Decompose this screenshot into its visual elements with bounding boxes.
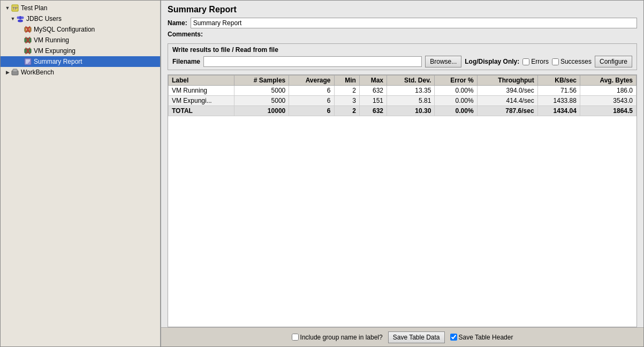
filename-input[interactable]: [203, 56, 422, 67]
expand-arrow-vm-expunging: ▶: [18, 48, 23, 54]
name-label: Name:: [168, 19, 187, 27]
file-section: Write results to file / Read from file F…: [168, 43, 637, 70]
table-cell: 71.56: [537, 86, 580, 96]
table-cell: 5000: [234, 96, 289, 106]
col-samples: # Samples: [234, 76, 289, 86]
table-cell: 3543.0: [580, 96, 636, 106]
table-cell: 414.4/sec: [477, 96, 537, 106]
successes-checkbox-group[interactable]: Successes: [552, 58, 592, 65]
expand-arrow-jdbc[interactable]: ▼: [10, 16, 16, 21]
svg-rect-23: [13, 69, 17, 72]
table-cell: 632: [359, 86, 387, 96]
svg-point-5: [18, 20, 23, 22]
sidebar: ▼ TP Test Plan ▼ JDBC Users: [1, 1, 161, 346]
browse-button[interactable]: Browse...: [425, 56, 461, 67]
sidebar-item-label-vm-running: VM Running: [34, 36, 69, 44]
testplan-icon: TP: [11, 4, 19, 12]
name-section: Name: Comments:: [161, 17, 643, 42]
table-cell: 1434.04: [537, 106, 580, 116]
workbench-icon: [11, 68, 19, 77]
page-title: Summary Report: [161, 1, 643, 17]
table-cell: 632: [359, 106, 387, 116]
include-group-label: Include group name in label?: [300, 334, 383, 341]
sidebar-item-label-test-plan: Test Plan: [21, 4, 47, 12]
expand-arrow-workbench[interactable]: ▶: [5, 70, 10, 75]
save-table-header-label: Save Table Header: [459, 334, 513, 341]
table-cell: 2: [334, 86, 359, 96]
sidebar-item-label-vm-expunging: VM Expunging: [34, 47, 75, 55]
save-table-header-checkbox[interactable]: [450, 334, 457, 341]
results-table-container: Label # Samples Average Min Max Std. Dev…: [168, 74, 637, 327]
sidebar-item-summary-report[interactable]: ▶ Summary Report: [1, 56, 160, 67]
log-display-label: Log/Display Only:: [465, 58, 519, 65]
svg-text:TP: TP: [12, 6, 18, 11]
col-label: Label: [169, 76, 234, 86]
table-cell: 0.00%: [435, 86, 477, 96]
sidebar-item-vm-expunging[interactable]: ▶ VM Expunging: [1, 46, 160, 56]
table-header-row: Label # Samples Average Min Max Std. Dev…: [169, 76, 637, 86]
table-cell: 186.0: [580, 86, 636, 96]
table-cell: 10.30: [387, 106, 435, 116]
table-cell: 1864.5: [580, 106, 636, 116]
comments-label: Comments:: [168, 31, 203, 38]
errors-label: Errors: [531, 58, 549, 65]
vm-expunging-icon: [24, 47, 32, 55]
mysql-config-icon: [24, 25, 32, 34]
sidebar-item-workbench[interactable]: ▶ WorkBench: [1, 67, 160, 78]
table-cell: 13.35: [387, 86, 435, 96]
col-avg-bytes: Avg. Bytes: [580, 76, 636, 86]
filename-label: Filename: [172, 58, 200, 65]
configure-button[interactable]: Configure: [595, 56, 632, 67]
sidebar-item-label-workbench: WorkBench: [21, 69, 54, 76]
table-cell: 6: [289, 96, 334, 106]
col-throughput: Throughput: [477, 76, 537, 86]
sidebar-item-label-mysql: MySQL Configuration: [34, 26, 95, 33]
save-table-data-button[interactable]: Save Table Data: [388, 331, 445, 343]
footer: Include group name in label? Save Table …: [161, 327, 643, 346]
col-average: Average: [289, 76, 334, 86]
successes-checkbox[interactable]: [552, 58, 559, 65]
errors-checkbox[interactable]: [522, 58, 529, 65]
table-cell: 151: [359, 96, 387, 106]
table-cell: 10000: [234, 106, 289, 116]
table-cell: 3: [334, 96, 359, 106]
col-min: Min: [334, 76, 359, 86]
save-table-header-checkbox-group[interactable]: Save Table Header: [450, 334, 513, 341]
errors-checkbox-group[interactable]: Errors: [522, 58, 549, 65]
sidebar-item-test-plan[interactable]: ▼ TP Test Plan: [1, 3, 160, 13]
results-table: Label # Samples Average Min Max Std. Dev…: [168, 75, 637, 116]
table-row: VM Expungi...5000631515.810.00%414.4/sec…: [169, 96, 637, 106]
jdbc-users-icon: [16, 14, 25, 23]
expand-arrow-testplan[interactable]: ▼: [5, 5, 10, 11]
file-section-title: Write results to file / Read from file: [172, 46, 632, 54]
table-row: TOTAL100006263210.300.00%787.6/sec1434.0…: [169, 106, 637, 116]
col-error-pct: Error %: [435, 76, 477, 86]
table-cell: 394.0/sec: [477, 86, 537, 96]
table-cell: TOTAL: [169, 106, 234, 116]
sidebar-item-label-summary-report: Summary Report: [34, 58, 82, 65]
svg-point-4: [21, 17, 24, 19]
table-body: VM Running50006263213.350.00%394.0/sec71…: [169, 86, 637, 116]
include-group-checkbox[interactable]: [292, 334, 299, 341]
expand-arrow-mysql: ▶: [18, 27, 23, 32]
table-cell: VM Running: [169, 86, 234, 96]
sidebar-item-mysql-config[interactable]: ▶ MySQL Configuration: [1, 24, 160, 35]
svg-point-3: [17, 17, 20, 19]
include-group-checkbox-group[interactable]: Include group name in label?: [292, 334, 383, 341]
name-input[interactable]: [191, 18, 637, 28]
expand-arrow-summary: ▶: [18, 59, 23, 64]
table-cell: 1433.88: [537, 96, 580, 106]
table-cell: 0.00%: [435, 106, 477, 116]
col-max: Max: [359, 76, 387, 86]
sidebar-item-label-jdbc-users: JDBC Users: [26, 15, 62, 22]
successes-label: Successes: [560, 58, 592, 65]
expand-arrow-vm-running: ▶: [18, 37, 23, 43]
table-cell: 5.81: [387, 96, 435, 106]
table-cell: 6: [289, 106, 334, 116]
table-cell: 787.6/sec: [477, 106, 537, 116]
col-kb-sec: KB/sec: [537, 76, 580, 86]
sidebar-item-vm-running[interactable]: ▶ VM Running: [1, 35, 160, 46]
summary-report-icon: [24, 57, 32, 66]
sidebar-item-jdbc-users[interactable]: ▼ JDBC Users: [1, 13, 160, 24]
table-cell: VM Expungi...: [169, 96, 234, 106]
